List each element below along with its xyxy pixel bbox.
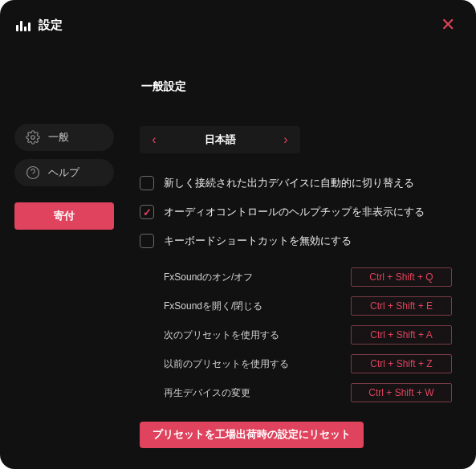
shortcut-label: 以前のプリセットを使用する — [164, 357, 289, 371]
check-label: 新しく接続された出力デバイスに自動的に切り替える — [164, 177, 414, 190]
sidebar-item-label: ヘルプ — [48, 165, 79, 180]
shortcut-row: FxSoundを開く/閉じる Ctrl + Shift + E — [164, 292, 452, 320]
equalizer-icon — [16, 18, 31, 31]
language-next-button[interactable]: › — [271, 133, 300, 147]
shortcut-key[interactable]: Ctrl + Shift + Q — [351, 267, 452, 287]
sidebar: 一般 ヘルプ 寄付 — [0, 59, 128, 469]
shortcut-list: FxSoundのオン/オフ Ctrl + Shift + Q FxSoundを開… — [140, 263, 452, 407]
shortcut-row: 再生デバイスの変更 Ctrl + Shift + W — [164, 378, 452, 407]
shortcut-label: FxSoundを開く/閉じる — [164, 300, 262, 313]
close-button[interactable]: ✕ — [437, 14, 458, 35]
sidebar-item-help[interactable]: ヘルプ — [14, 159, 114, 186]
shortcut-row: FxSoundのオン/オフ Ctrl + Shift + Q — [164, 263, 452, 292]
sidebar-item-label: 一般 — [48, 130, 69, 145]
titlebar: 設定 ✕ — [0, 0, 476, 35]
window-title: 設定 — [39, 18, 63, 33]
checkbox-hide-tips[interactable] — [140, 205, 154, 219]
donate-button[interactable]: 寄付 — [14, 202, 114, 230]
shortcut-key[interactable]: Ctrl + Shift + E — [351, 296, 452, 316]
svg-point-1 — [27, 167, 39, 179]
section-heading: 一般設定 — [140, 59, 452, 126]
shortcut-key[interactable]: Ctrl + Shift + Z — [351, 354, 452, 373]
checkbox-disable-shortcuts[interactable] — [140, 234, 154, 248]
settings-window: 設定 ✕ 一般 ヘルプ 寄付 一般設定 ‹ 日本語 — [0, 0, 476, 469]
window-body: 一般 ヘルプ 寄付 一般設定 ‹ 日本語 › 新しく接続された出力デバイスに自動… — [0, 35, 476, 469]
shortcut-label: FxSoundのオン/オフ — [164, 271, 253, 284]
checkbox-auto-switch[interactable] — [140, 176, 154, 190]
shortcut-label: 再生デバイスの変更 — [164, 386, 250, 400]
shortcut-row: 以前のプリセットを使用する Ctrl + Shift + Z — [164, 349, 452, 378]
check-label: キーボードショートカットを無効にする — [164, 234, 352, 248]
gear-icon — [26, 130, 40, 145]
shortcut-row: 次のプリセットを使用する Ctrl + Shift + A — [164, 320, 452, 349]
sidebar-item-general[interactable]: 一般 — [14, 124, 114, 151]
language-value: 日本語 — [169, 133, 271, 147]
help-icon — [26, 165, 40, 180]
check-auto-switch: 新しく接続された出力デバイスに自動的に切り替える — [140, 176, 452, 190]
main-panel: 一般設定 ‹ 日本語 › 新しく接続された出力デバイスに自動的に切り替える オー… — [128, 59, 476, 469]
shortcut-key[interactable]: Ctrl + Shift + A — [351, 325, 452, 345]
check-hide-tips: オーディオコントロールのヘルプチップを非表示にする — [140, 205, 452, 219]
check-label: オーディオコントロールのヘルプチップを非表示にする — [164, 206, 425, 219]
shortcut-key[interactable]: Ctrl + Shift + W — [351, 383, 452, 402]
language-picker: ‹ 日本語 › — [140, 126, 300, 153]
svg-point-0 — [31, 136, 35, 140]
reset-presets-button[interactable]: プリセットを工場出荷時の設定にリセット — [140, 422, 364, 448]
title-left: 設定 — [16, 18, 63, 33]
shortcut-label: 次のプリセットを使用する — [164, 328, 279, 342]
language-prev-button[interactable]: ‹ — [140, 133, 169, 147]
check-disable-shortcuts: キーボードショートカットを無効にする — [140, 234, 452, 248]
